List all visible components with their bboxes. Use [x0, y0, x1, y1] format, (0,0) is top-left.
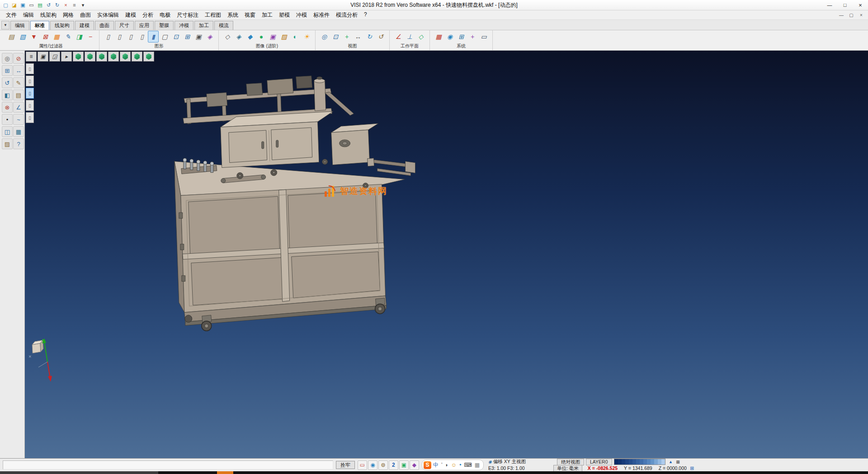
- hatch-icon[interactable]: ▨: [2, 138, 13, 149]
- match-properties-icon[interactable]: ◨: [74, 31, 85, 43]
- graphic-box-icon[interactable]: ▢: [159, 31, 170, 43]
- tab-dimension[interactable]: 尺寸: [115, 21, 134, 30]
- graphic-shaded-icon[interactable]: ▮: [148, 31, 159, 43]
- menu-system[interactable]: 系统: [224, 11, 241, 19]
- taskbar-app-indicator[interactable]: [217, 471, 233, 474]
- layer-color-swatch[interactable]: [618, 459, 622, 465]
- ime-toolbox-icon[interactable]: ▦: [475, 462, 480, 468]
- view-pointer-icon[interactable]: ▸: [61, 52, 72, 62]
- menu-analysis[interactable]: 分析: [139, 11, 156, 19]
- transparency-icon[interactable]: ◐: [290, 31, 301, 43]
- edit-attribute-icon[interactable]: ✎: [62, 31, 73, 43]
- view-list-icon[interactable]: ≡: [26, 52, 37, 62]
- swatch-up-icon[interactable]: ▲: [667, 459, 675, 465]
- iso-view-icon-6[interactable]: [132, 52, 142, 62]
- wireframe-view-icon[interactable]: ◇: [222, 31, 233, 43]
- previous-view-icon[interactable]: ↺: [375, 31, 386, 43]
- command-prompt-field[interactable]: [3, 460, 333, 469]
- erase-filter-icon[interactable]: ⊠: [40, 31, 51, 43]
- grid-icon[interactable]: ⊞: [456, 31, 467, 43]
- display-toggle-icon[interactable]: ▭: [358, 460, 367, 470]
- maximize-button[interactable]: □: [837, 0, 853, 10]
- ime-mic-icon[interactable]: •: [459, 462, 461, 468]
- zoom-window-icon[interactable]: ⊡: [330, 31, 341, 43]
- layer-color-swatch[interactable]: [647, 459, 651, 465]
- layer-color-swatch[interactable]: [643, 459, 647, 465]
- point-icon[interactable]: •: [2, 114, 13, 125]
- sogou-logo-icon[interactable]: S: [424, 461, 431, 469]
- graphic-tube-icon[interactable]: ▯: [125, 31, 136, 43]
- layer-color-swatch[interactable]: [661, 459, 665, 465]
- filter-solids-icon[interactable]: ▯: [26, 112, 34, 123]
- layer-color-swatch[interactable]: [614, 459, 618, 465]
- cube-icon[interactable]: ◆: [410, 460, 419, 470]
- display-settings-icon[interactable]: ▭: [478, 31, 489, 43]
- menu-modeling[interactable]: 建模: [122, 11, 139, 19]
- iso-view-icon-5[interactable]: [120, 52, 131, 62]
- quick-access-dropdown-icon[interactable]: ▾: [79, 1, 87, 9]
- filter-surfaces-icon[interactable]: ▯: [26, 100, 34, 111]
- settings-icon[interactable]: ≡: [71, 1, 78, 9]
- menu-edit[interactable]: 编辑: [20, 11, 37, 19]
- menu-drawing[interactable]: 工程图: [202, 11, 224, 19]
- filter-curves-icon[interactable]: ▯: [26, 88, 34, 99]
- rendered-view-icon[interactable]: ●: [256, 31, 267, 43]
- layer-color-swatch[interactable]: [629, 459, 632, 465]
- snap-icon[interactable]: +: [467, 31, 478, 43]
- layer-color-swatch[interactable]: [632, 459, 636, 465]
- ime-fullwidth-icon[interactable]: ◗: [445, 462, 448, 468]
- coordinate-grid-icon[interactable]: ⊞: [689, 465, 696, 471]
- view-section-icon[interactable]: ◲: [49, 52, 60, 62]
- save-file-icon[interactable]: ▣: [19, 1, 27, 9]
- layer-color-swatch[interactable]: [636, 459, 640, 465]
- minimize-button[interactable]: —: [822, 0, 837, 10]
- new-file-icon[interactable]: ▢: [2, 1, 9, 9]
- graphic-cylinder-icon[interactable]: ▯: [114, 31, 125, 43]
- attributes-icon[interactable]: ▤: [6, 31, 17, 43]
- view-window-icon[interactable]: ▣: [38, 52, 48, 62]
- tab-surface[interactable]: 曲面: [95, 21, 114, 30]
- texture-icon[interactable]: ▨: [278, 31, 289, 43]
- translate-icon[interactable]: ↔: [13, 65, 24, 76]
- tab-edit[interactable]: 编辑: [10, 21, 29, 30]
- tab-die[interactable]: 冲模: [175, 21, 193, 30]
- delete-icon[interactable]: ×: [62, 1, 70, 9]
- iso-view-icon-2[interactable]: [85, 52, 95, 62]
- snap-settings-icon[interactable]: ⊞: [2, 65, 13, 76]
- web-icon[interactable]: ◉: [368, 460, 377, 470]
- view-offset-indicator[interactable]: ◉偏移 XY 主视图: [488, 459, 555, 465]
- rotate-view-icon[interactable]: ↻: [364, 31, 375, 43]
- tab-mold[interactable]: 塑膜: [155, 21, 174, 30]
- workplane-view-icon[interactable]: ◇: [415, 31, 426, 43]
- hidden-line-view-icon[interactable]: ◈: [233, 31, 244, 43]
- open-file-icon[interactable]: ◪: [10, 1, 18, 9]
- tab-standard[interactable]: 标准: [30, 21, 49, 30]
- layer-color-swatch[interactable]: [658, 459, 661, 465]
- close-button[interactable]: ×: [853, 0, 868, 10]
- graphic-block-icon[interactable]: ▣: [193, 31, 204, 43]
- iso-view-icon-4[interactable]: [108, 52, 119, 62]
- zoom-in-icon[interactable]: +: [341, 31, 352, 43]
- layer-color-swatch[interactable]: [640, 459, 643, 465]
- ime-keyboard-icon[interactable]: ⌨: [464, 462, 472, 468]
- graphic-line-style-icon[interactable]: ▯: [103, 31, 113, 43]
- graphic-box-edges-icon[interactable]: ⊡: [170, 31, 181, 43]
- pan-view-icon[interactable]: ↔: [353, 31, 363, 43]
- cad-model-drawing[interactable]: [25, 51, 868, 458]
- menu-file[interactable]: 文件: [3, 11, 20, 19]
- menu-standard-parts[interactable]: 标准件: [310, 11, 333, 19]
- select-icon[interactable]: ◎: [2, 53, 13, 64]
- color-palette-icon[interactable]: ▦: [433, 31, 444, 43]
- menu-surface[interactable]: 曲面: [77, 11, 94, 19]
- doc-restore-button[interactable]: ▢: [846, 11, 856, 19]
- filter-all-icon[interactable]: ▯: [26, 63, 34, 74]
- capture-icon[interactable]: ⊙: [378, 460, 388, 470]
- menu-die[interactable]: 冲模: [293, 11, 310, 19]
- layer-indicator[interactable]: LAYER0: [586, 459, 612, 465]
- menu-electrode[interactable]: 电极: [156, 11, 174, 19]
- workplane-axes-icon[interactable]: ∠: [393, 31, 404, 43]
- menu-mold[interactable]: 塑模: [276, 11, 293, 19]
- mirror-icon[interactable]: ◫: [2, 126, 13, 137]
- globe-icon[interactable]: ◉: [444, 31, 455, 43]
- info-icon[interactable]: ?: [13, 138, 24, 149]
